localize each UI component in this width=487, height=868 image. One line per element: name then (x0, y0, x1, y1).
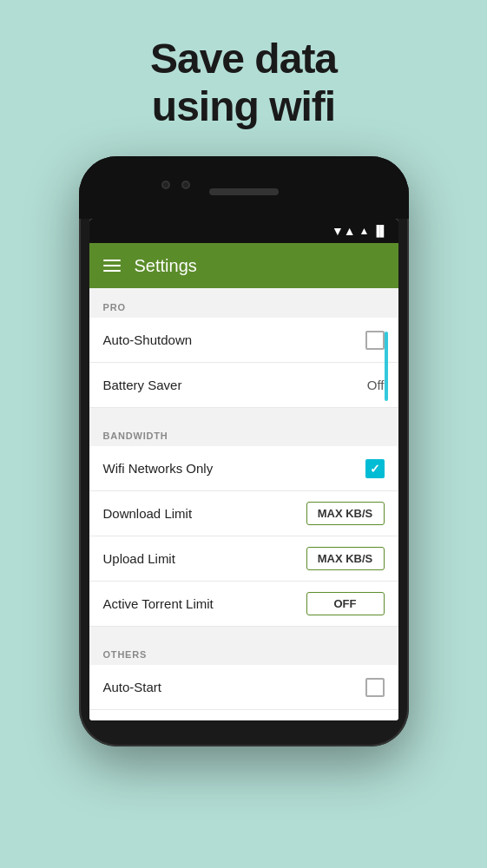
active-torrent-label: Active Torrent Limit (103, 596, 214, 611)
setting-active-torrent-limit[interactable]: Active Torrent Limit OFF (89, 582, 398, 627)
setting-download-limit[interactable]: Download Limit MAX KB/S (89, 491, 398, 536)
hamburger-button[interactable] (103, 260, 121, 272)
upload-limit-button[interactable]: MAX KB/S (306, 547, 385, 570)
phone-shell: ▼▲ ▲ ▐▌ Settings PRO Auto-Shutdown (79, 156, 409, 746)
setting-auto-shutdown[interactable]: Auto-Shutdown (89, 318, 398, 363)
setting-wifi-only[interactable]: Wifi Networks Only ✓ (89, 446, 398, 491)
wifi-only-checkbox[interactable]: ✓ (365, 459, 385, 478)
app-bar-title: Settings (135, 256, 197, 276)
app-bar: Settings (89, 243, 398, 288)
hamburger-line-1 (103, 260, 121, 261)
phone-top-bar (79, 156, 409, 219)
section-header-others: OTHERS (89, 635, 398, 665)
wifi-icon: ▼▲ (332, 224, 356, 238)
phone-camera-right (181, 181, 190, 189)
battery-icon: ▐▌ (372, 225, 387, 237)
auto-shutdown-label: Auto-Shutdown (103, 332, 193, 347)
auto-shutdown-checkbox[interactable] (365, 331, 385, 350)
hero-title: Save data using wifi (150, 35, 337, 130)
setting-upload-limit[interactable]: Upload Limit MAX KB/S (89, 536, 398, 582)
auto-start-checkbox[interactable] (365, 678, 385, 697)
active-torrent-button[interactable]: OFF (306, 592, 385, 615)
phone-camera-left (161, 181, 170, 189)
settings-content[interactable]: PRO Auto-Shutdown Battery Saver Off BAND… (89, 288, 398, 720)
hero-section: Save data using wifi (150, 35, 337, 130)
phone-screen: ▼▲ ▲ ▐▌ Settings PRO Auto-Shutdown (89, 219, 398, 720)
status-bar: ▼▲ ▲ ▐▌ (89, 219, 398, 243)
battery-saver-label: Battery Saver (103, 378, 182, 392)
wifi-only-label: Wifi Networks Only (103, 461, 214, 476)
auto-start-label: Auto-Start (103, 680, 162, 694)
battery-saver-value: Off (367, 378, 385, 392)
hamburger-line-2 (103, 265, 121, 266)
scroll-indicator (385, 332, 388, 401)
setting-download-folder[interactable]: Default Download Folder CHANGE (89, 710, 398, 720)
signal-icon: ▲ (359, 225, 370, 237)
section-header-pro: PRO (89, 288, 398, 318)
section-header-bandwidth: BANDWIDTH (89, 417, 398, 446)
setting-battery-saver[interactable]: Battery Saver Off (89, 363, 398, 408)
download-limit-label: Download Limit (103, 506, 193, 521)
upload-limit-label: Upload Limit (103, 551, 175, 566)
divider-2 (89, 627, 398, 635)
download-limit-button[interactable]: MAX KB/S (306, 502, 385, 525)
phone-speaker (209, 188, 279, 195)
divider-1 (89, 408, 398, 417)
setting-auto-start[interactable]: Auto-Start (89, 665, 398, 710)
hamburger-line-3 (103, 270, 121, 272)
phone-mockup: ▼▲ ▲ ▐▌ Settings PRO Auto-Shutdown (79, 156, 409, 746)
